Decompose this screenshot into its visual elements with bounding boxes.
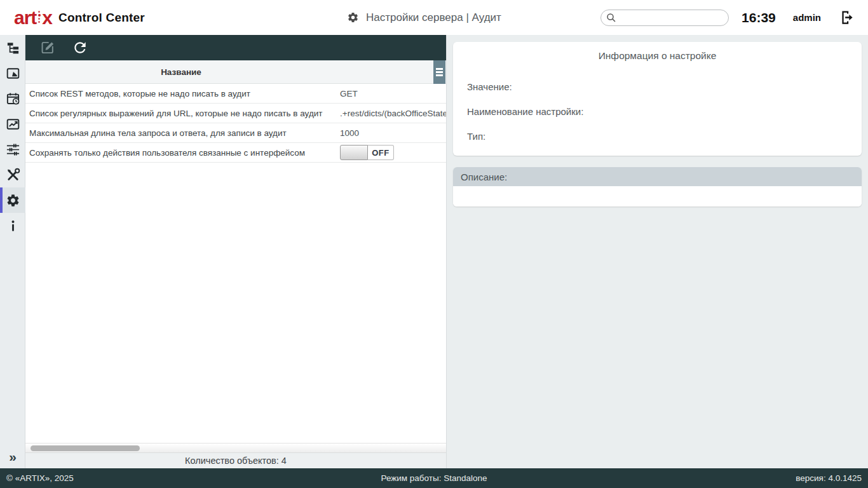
column-header-name[interactable]: Название [25,60,337,84]
table-toolbar [25,35,446,60]
setting-name-cell: Максимальная длина тела запроса и ответа… [25,123,337,142]
copyright-text: © «ARTIX», 2025 [6,473,74,483]
scrollbar-thumb[interactable] [31,445,140,451]
sidebar-item-parameters[interactable] [0,137,25,162]
header-right-group: 16:39 admin [600,0,857,35]
table-header-row: Название [25,60,446,84]
calendar-clock-icon [6,92,20,106]
horizontal-scrollbar [25,443,446,452]
toggle-state-label: OFF [368,145,394,160]
edit-icon[interactable] [39,39,57,57]
tools-icon [6,168,20,182]
sidebar-item-schedule[interactable] [0,86,25,111]
search-icon [606,12,617,24]
setting-value-cell: GET [337,84,446,103]
field-label-setting-name: Наименование настройки: [467,106,862,117]
column-menu-button[interactable] [433,60,445,84]
sidebar-item-about[interactable] [0,213,25,238]
setting-value-cell: .+rest/dicts/(backOfficeState [337,104,446,123]
setting-name-cell: Список регулярных выражений для URL, кот… [25,104,337,123]
description-body [453,186,862,207]
clock-time: 16:39 [742,10,776,25]
gear-icon [6,193,20,208]
info-icon [6,219,20,233]
table-empty-area [25,163,446,443]
sidebar-item-service-tools[interactable] [0,162,25,187]
page-title: Настройки сервера | Аудит [366,11,501,24]
status-footer: © «ARTIX», 2025 Режим работы: Standalone… [0,468,868,488]
table-status-bar: Количество объектов: 4 [25,452,446,468]
info-card-title: Информация о настройке [453,50,862,62]
toggle-switch[interactable]: OFF [340,145,394,160]
sidebar-expand-icon[interactable]: » [0,450,25,463]
gear-icon [347,11,359,24]
work-mode-text: Режим работы: Standalone [0,473,868,483]
table-row[interactable]: Список регулярных выражений для URL, кот… [25,104,446,123]
sidebar-item-reports[interactable] [0,111,25,137]
logo-text-art: art [14,8,36,27]
left-sidebar: » [0,35,25,468]
description-card: Описание: [453,167,862,207]
logout-icon[interactable] [837,8,857,27]
settings-table-panel: Название Список REST методов, которые не… [25,35,447,468]
field-label-type: Тип: [467,131,862,142]
top-header: art x Control Center Настройки сервера |… [0,0,868,35]
refresh-icon[interactable] [71,39,89,57]
logo-text-x: x [42,8,53,27]
hamburger-icon [436,68,443,76]
field-label-value: Значение: [467,81,862,92]
toggle-knob[interactable] [340,145,368,160]
description-header[interactable]: Описание: [453,167,862,186]
sliders-icon [6,142,20,157]
current-user[interactable]: admin [793,12,821,23]
sidebar-item-server-settings[interactable] [0,187,25,213]
page-title-group: Настройки сервера | Аудит [347,0,501,35]
table-row[interactable]: Сохранять только действия пользователя с… [25,143,446,163]
setting-name-cell: Список REST методов, которые не надо пис… [25,84,337,103]
app-title: Control Center [58,11,145,25]
table-row[interactable]: Максимальная длина тела запроса и ответа… [25,123,446,143]
chart-icon [6,117,20,132]
tree-icon [6,41,20,55]
setting-name-cell: Сохранять только действия пользователя с… [25,143,337,162]
setting-value-cell: OFF [337,143,446,162]
search-box [600,10,729,26]
object-count: Количество объектов: 4 [185,456,287,466]
table-row[interactable]: Список REST методов, которые не надо пис… [25,84,446,104]
version-text: версия: 4.0.1425 [796,473,862,483]
app-logo: art x Control Center [14,0,145,35]
setting-info-panel: Информация о настройке Значение: Наимено… [447,35,868,468]
logo-dotted-i-icon [38,11,41,23]
setting-info-card: Информация о настройке Значение: Наимено… [453,42,862,156]
monitor-icon [6,66,20,81]
search-input[interactable] [600,10,729,26]
setting-value-cell: 1000 [337,123,446,142]
sidebar-item-workplaces[interactable] [0,60,25,86]
sidebar-item-structure[interactable] [0,35,25,60]
